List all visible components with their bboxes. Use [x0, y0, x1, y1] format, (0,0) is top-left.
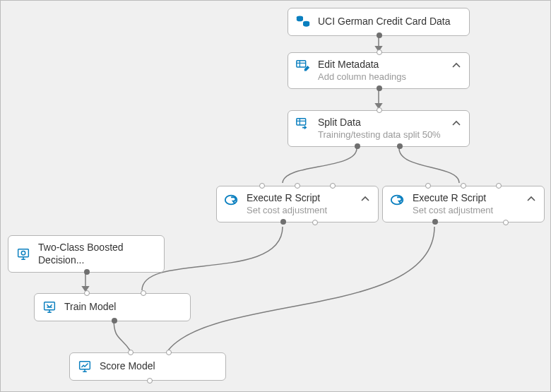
- node-split-data[interactable]: Split Data Training/testing data split 5…: [288, 110, 470, 147]
- node-score-model[interactable]: Score Model: [69, 352, 226, 381]
- table-split-icon: [295, 117, 311, 132]
- r-script-icon: [390, 192, 405, 208]
- node-title: Edit Metadata: [318, 59, 406, 71]
- chevron-up-icon[interactable]: [527, 194, 535, 202]
- input-port-2[interactable]: [461, 183, 466, 189]
- svg-rect-6: [18, 249, 29, 256]
- output-port-2[interactable]: [397, 143, 403, 149]
- output-port-1[interactable]: [280, 219, 286, 225]
- node-edit-metadata[interactable]: Edit Metadata Add column headings: [288, 52, 470, 89]
- dataset-icon: [295, 14, 311, 30]
- node-title: Split Data: [318, 117, 441, 129]
- node-execute-r-left[interactable]: Execute R Script Set cost adjustment: [216, 186, 379, 222]
- node-subtitle: Set cost adjustment: [413, 205, 493, 216]
- input-port-3[interactable]: [330, 183, 336, 189]
- input-port[interactable]: [377, 49, 382, 55]
- input-port-1[interactable]: [84, 290, 90, 296]
- output-port-2[interactable]: [503, 220, 509, 225]
- node-title: Execute R Script: [413, 192, 493, 205]
- node-subtitle: Add column headings: [318, 71, 406, 83]
- output-port-1[interactable]: [432, 219, 438, 225]
- node-dataset[interactable]: UCI German Credit Card Data: [288, 8, 470, 36]
- node-title: UCI German Credit Card Data: [318, 16, 451, 28]
- chevron-up-icon[interactable]: [361, 194, 369, 202]
- pipeline-canvas[interactable]: UCI German Credit Card Data Edit Metadat…: [0, 0, 551, 392]
- ml-model-icon: [16, 247, 31, 262]
- svg-rect-9: [80, 362, 90, 369]
- svg-rect-2: [297, 61, 306, 67]
- svg-rect-8: [45, 302, 55, 310]
- output-port[interactable]: [377, 85, 382, 91]
- node-title: Score Model: [100, 360, 155, 373]
- output-port[interactable]: [84, 269, 90, 275]
- input-port-1[interactable]: [128, 350, 134, 355]
- input-port[interactable]: [377, 107, 382, 113]
- input-port-2[interactable]: [295, 183, 300, 189]
- table-edit-icon: [295, 59, 311, 74]
- node-title: Two-Class Boosted Decision...: [38, 242, 155, 266]
- output-port[interactable]: [147, 378, 153, 384]
- node-subtitle: Set cost adjustment: [247, 205, 327, 216]
- input-port-1[interactable]: [259, 183, 265, 189]
- node-subtitle: Training/testing data split 50%: [318, 129, 441, 141]
- node-execute-r-right[interactable]: Execute R Script Set cost adjustment: [382, 186, 545, 222]
- input-port-2[interactable]: [141, 290, 146, 296]
- output-port[interactable]: [377, 32, 382, 38]
- node-train-model[interactable]: Train Model: [34, 293, 191, 321]
- node-two-class-boosted[interactable]: Two-Class Boosted Decision...: [8, 235, 165, 273]
- input-port-2[interactable]: [166, 350, 172, 355]
- input-port-3[interactable]: [496, 183, 502, 189]
- svg-rect-3: [297, 119, 306, 125]
- chevron-up-icon[interactable]: [452, 60, 461, 69]
- output-port-1[interactable]: [355, 143, 360, 149]
- input-port-1[interactable]: [425, 183, 431, 189]
- node-title: Train Model: [64, 301, 116, 314]
- node-title: Execute R Script: [247, 192, 327, 205]
- svg-point-7: [21, 251, 25, 255]
- output-port[interactable]: [112, 318, 117, 323]
- score-model-icon: [77, 359, 93, 374]
- train-model-icon: [42, 299, 57, 315]
- chevron-up-icon[interactable]: [452, 118, 461, 126]
- output-port-2[interactable]: [312, 220, 318, 225]
- r-script-icon: [224, 192, 239, 208]
